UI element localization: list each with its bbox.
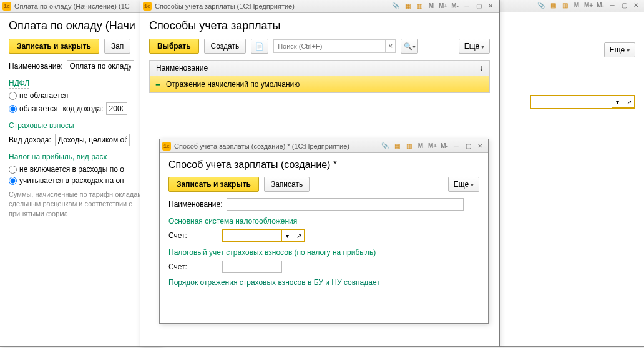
radio-included-label: учитывается в расходах на оп (19, 176, 124, 185)
mminus-btn[interactable]: M- (595, 1, 606, 11)
account-combo[interactable]: ▾ ↗ (222, 229, 305, 242)
more-button-3[interactable]: Еще (448, 177, 479, 192)
calc-icon-3[interactable]: ▦ (391, 141, 402, 151)
m-btn-2[interactable]: M (426, 1, 437, 11)
radio-not-included-label: не включается в расходы по о (19, 165, 124, 174)
calendar-icon-3[interactable]: ▥ (403, 141, 414, 151)
minimize-icon[interactable]: ─ (607, 1, 618, 11)
window-title-3: Способ учета зарплаты (создание) * (1С:П… (174, 142, 379, 150)
row-marker-icon: ━ (156, 81, 160, 88)
close-icon-3[interactable]: ✕ (474, 141, 485, 151)
dropdown-icon[interactable]: ▾ (612, 96, 623, 108)
save-button-1[interactable]: Зап (104, 39, 130, 54)
more-button-bg[interactable]: Еще (604, 42, 635, 57)
maximize-icon-2[interactable]: ▢ (473, 1, 484, 11)
radio-not-included[interactable] (9, 166, 17, 174)
mminus-btn-2[interactable]: M- (449, 1, 461, 11)
table-header: Наименование ↓ (149, 60, 490, 76)
save-close-button-3[interactable]: Записать и закрыть (168, 177, 259, 192)
radio-not-taxed[interactable] (9, 92, 17, 100)
minimize-icon-2[interactable]: ─ (461, 1, 472, 11)
income-code-input[interactable] (106, 102, 127, 115)
calendar-icon[interactable]: ▥ (559, 1, 570, 11)
copy-button[interactable]: 📄 (251, 39, 268, 54)
tax-accounting-section: Налоговый учет страховых взносов (по нал… (168, 248, 479, 257)
save-close-button-1[interactable]: Записать и закрыть (9, 39, 99, 54)
account-input-2[interactable] (222, 261, 282, 273)
mplus-btn-3[interactable]: M+ (427, 141, 438, 151)
radio-not-taxed-label: не облагается (19, 91, 68, 100)
account-label-2: Счет: (168, 262, 218, 271)
info-text: Суммы, начисленные по тарифн окладам, сд… (9, 190, 152, 219)
attach-icon-2[interactable]: 📎 (390, 1, 401, 11)
table-row[interactable]: ━ Отражение начислений по умолчанию (149, 76, 490, 93)
mplus-btn-2[interactable]: M+ (437, 1, 449, 11)
titlebar-bg: 📎 ▦ ▥ M M+ M- ─ ▢ ✕ (500, 0, 644, 12)
main-tax-section: Основная система налогообложения (168, 217, 479, 226)
minimize-icon-3[interactable]: ─ (451, 141, 462, 151)
m-btn-3[interactable]: M (415, 141, 426, 151)
m-btn[interactable]: M (571, 1, 582, 11)
page-title-3: Способ учета зарплаты (создание) * (168, 159, 479, 171)
account-label: Счет: (168, 231, 218, 240)
bg-input[interactable] (531, 96, 612, 108)
page-title-2: Способы учета зарплаты (149, 19, 490, 32)
income-type-label: Вид дохода: (9, 136, 51, 144)
app-icon: 1c (2, 2, 11, 11)
radio-taxed-label: облагается (19, 104, 58, 113)
open-icon-acc[interactable]: ↗ (293, 229, 305, 242)
mplus-btn[interactable]: M+ (583, 1, 594, 11)
col-name[interactable]: Наименование (156, 64, 208, 72)
app-icon-2: 1c (143, 2, 152, 11)
attach-icon-3[interactable]: 📎 (379, 141, 391, 151)
save-button-3[interactable]: Записать (264, 177, 310, 192)
maximize-icon-3[interactable]: ▢ (462, 141, 474, 151)
row-text: Отражение начислений по умолчанию (166, 80, 300, 89)
create-button[interactable]: Создать (204, 39, 246, 54)
window-salary-payment: 1c Оплата по окладу (Начисление) (1С Опл… (0, 0, 161, 347)
mminus-btn-3[interactable]: M- (439, 141, 450, 151)
account-input[interactable] (222, 229, 282, 242)
search-input[interactable] (273, 39, 386, 53)
clear-search-icon[interactable]: × (386, 39, 396, 53)
background-window: 📎 ▦ ▥ M M+ M- ─ ▢ ✕ Еще ▾ ↗ (499, 0, 644, 347)
app-icon-3: 1c (162, 142, 171, 151)
name-label-1: Наименование: (9, 62, 63, 71)
select-button[interactable]: Выбрать (149, 39, 199, 54)
close-icon-2[interactable]: ✕ (485, 1, 496, 11)
radio-included[interactable] (9, 177, 17, 185)
bg-combo[interactable]: ▾ ↗ (530, 95, 635, 109)
titlebar-3: 1c Способ учета зарплаты (создание) * (1… (160, 139, 488, 153)
attach-icon[interactable]: 📎 (535, 1, 547, 11)
ndfl-section: НДФЛ (9, 79, 152, 87)
insurance-section: Страховые взносы (9, 121, 152, 130)
sort-indicator-icon[interactable]: ↓ (479, 64, 483, 72)
titlebar-1: 1c Оплата по окладу (Начисление) (1С (0, 0, 160, 13)
page-title-1: Оплата по окладу (Начи (9, 19, 152, 32)
open-icon[interactable]: ↗ (623, 96, 635, 108)
name-label-3: Наименование: (168, 200, 223, 209)
calc-icon-2[interactable]: ▦ (402, 1, 413, 11)
radio-taxed[interactable] (9, 105, 17, 113)
dropdown-icon-acc[interactable]: ▾ (282, 229, 293, 242)
titlebar-2: 1c Способы учета зарплаты (1С:Предприяти… (140, 0, 499, 13)
window-create-accounting-method: 1c Способ учета зарплаты (создание) * (1… (159, 139, 489, 324)
window-title-1: Оплата по окладу (Начисление) (1С (14, 2, 158, 10)
income-type-input[interactable] (55, 134, 130, 146)
window-title-2: Способы учета зарплаты (1С:Предприятие) (155, 2, 390, 10)
income-code-label: код дохода: (63, 104, 104, 113)
name-input-1[interactable] (67, 60, 134, 72)
search-options-button[interactable]: 🔍 (401, 39, 418, 54)
maximize-icon[interactable]: ▢ (618, 1, 630, 11)
profit-tax-section: Налог на прибыль, вид расх (9, 152, 152, 161)
more-button-2[interactable]: Еще (459, 39, 490, 54)
note-text: Порядок отражения страховых взносов в БУ… (168, 278, 479, 287)
calendar-icon-2[interactable]: ▥ (414, 1, 425, 11)
close-icon[interactable]: ✕ (630, 1, 642, 11)
calc-icon[interactable]: ▦ (547, 1, 559, 11)
name-input-3[interactable] (227, 198, 464, 211)
